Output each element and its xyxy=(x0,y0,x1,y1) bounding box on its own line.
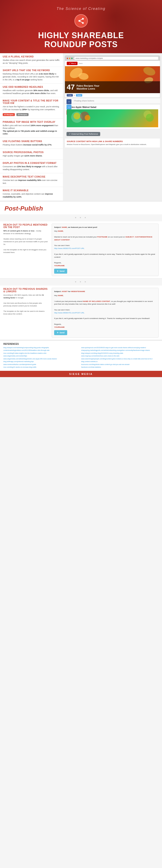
food-overlay: 47 Paleo Recipes YourWaistline Loves xyxy=(65,81,160,93)
email-mock-1: Subject: NAME, we featured you in our la… xyxy=(52,223,159,276)
floating-buttons-area: f t P ↑ Floating share buttons xyxy=(65,98,160,103)
reach-out-mentioned-desc: 50% of content gets 8 shares or less - m… xyxy=(3,229,48,254)
email-left-mentioned: REACH OUT TO PEOPLE MENTIONED ON THE POS… xyxy=(3,223,48,276)
tip-short-urls: SHORT URLS THAT USE THE KEYWORD Marketin… xyxy=(0,67,63,84)
share-svg xyxy=(78,17,85,25)
email-subject-name: NAME xyxy=(62,226,67,228)
salad-title: Paleo Apple Walnut Salad xyxy=(69,106,97,108)
email-name-1: NAME xyxy=(58,230,63,232)
email-url-2: http://www.WEBSITE.com/POST-URL xyxy=(54,312,84,314)
ref-13[interactable]: www.nninterestfactive.com/labs/pinterest… xyxy=(3,363,81,366)
email-subject-1: Subject: NAME, we featured you in our la… xyxy=(54,226,156,229)
tweet-button[interactable]: Tweet xyxy=(76,94,82,96)
facebook-like-button[interactable]: f Like xyxy=(67,94,73,96)
external-blog-button[interactable]: External Blog Post Reference xyxy=(66,132,100,136)
email-url-1: http://www.WEBSITE.com/POST-URL xyxy=(54,247,84,249)
food-decoration-3 xyxy=(142,66,157,77)
post-title-italic: Post- xyxy=(4,205,20,212)
ref-4[interactable]: sharpspring.marketingprofs.com/article/n… xyxy=(81,349,159,352)
ref-8[interactable]: www.nngroup.com/articles/how-users-read-… xyxy=(81,355,159,358)
food-image: 47 Paleo Recipes YourWaistline Loves xyxy=(65,66,160,93)
email-subject-ref: SUBJECT xyxy=(125,236,134,238)
send-label-1: Send xyxy=(59,270,64,273)
email-asset: ASSET xyxy=(61,290,68,292)
tip-desc: Consumers are 23% less likely to engage … xyxy=(3,165,60,171)
ref-6[interactable]: blog.hubspot.com/blog-blog/2015/2015-cra… xyxy=(81,352,159,355)
ref-1[interactable]: blog.hubspot.com/marketing/compounding-b… xyxy=(3,347,81,349)
pinterest-mock: 📌 Pin it Save 47 Pale xyxy=(65,61,160,98)
tip-descriptive-text: MAKE DESCRIPTIVE TEXT CONCISE Concise te… xyxy=(0,173,63,187)
twitter-float-btn[interactable]: t xyxy=(66,104,72,110)
tip-desc: Buffer's pins with text received 100% mo… xyxy=(3,124,60,135)
reach-out-sharers-title: REACH OUT TO PREVIOUS SHARERS & LINKERS xyxy=(3,288,48,293)
source-content-desc: Articles Found on BuzzSumo, OpenSiteExpl… xyxy=(67,143,158,146)
email-section-sharers: REACH OUT TO PREVIOUS SHARERS & LINKERS … xyxy=(0,285,162,340)
email-right-sharers: Subject: ASSET for WEBSITE/NAME Hey NAME… xyxy=(52,288,159,338)
ref-14[interactable]: buzzsumo.com/blog/what-makes-content-go-… xyxy=(81,363,159,366)
email-section-mentioned: REACH OUT TO PEOPLE MENTIONED ON THE POS… xyxy=(0,221,162,279)
browser-dot-red xyxy=(67,58,68,59)
badge-25-recipes: 25 Recipes xyxy=(17,113,29,116)
tip-title: USE A PLURAL KEYWORD xyxy=(3,56,60,58)
tip-odd-headlines: USE ODD NUMBERED HEADLINES Headlines wit… xyxy=(0,84,63,97)
browser-url-bar[interactable]: www.marketing.com/paleo-recipes xyxy=(74,57,158,60)
right-column: www.marketing.com/paleo-recipes 📌 Pin it… xyxy=(63,53,162,201)
fruit-shape-4 xyxy=(85,115,90,121)
email-postname: POSTNAME xyxy=(97,236,107,238)
email-subject-2: Subject: ASSET for WEBSITE/NAME xyxy=(54,290,156,293)
fb-float-btn[interactable]: f xyxy=(66,99,72,104)
email-included-content: NAME OF INCLUDED CONTENT xyxy=(83,300,110,302)
ref-2[interactable]: www.quicksprout.com/2015/06/26-ways-to-g… xyxy=(81,347,159,349)
ref-11[interactable]: blog.bufferapp.com/pinterest-marketing-t… xyxy=(3,361,81,363)
tip-pinnable-image: PINNABLE TOP IMAGE WITH TEXT OVERLAY Buf… xyxy=(0,119,63,138)
source-content-title: SOURCE CONTENT WITH HIGH LINK & SHARE NU… xyxy=(67,140,158,143)
food-decoration-2 xyxy=(78,72,89,81)
browser-bar: www.marketing.com/paleo-recipes xyxy=(65,56,160,61)
fruit-shape-3 xyxy=(146,114,154,122)
header-title: HIGHLY SHAREABLEROUNDUP POSTS xyxy=(4,31,158,49)
share-icon xyxy=(74,14,88,28)
send-button-2[interactable]: ✈ Send xyxy=(54,330,67,335)
tip-title: MAKE IT SCANNABLE xyxy=(3,189,60,192)
left-column: USE A PLURAL KEYWORD Studies show one se… xyxy=(0,53,63,201)
food-number: 47 xyxy=(67,83,75,91)
social-bar: f Like 1 Tweet xyxy=(65,93,160,98)
pin-it-button[interactable]: 📌 Pin it xyxy=(67,62,78,65)
references-section: REFERENCES blog.hubspot.com/marketing/co… xyxy=(0,340,162,371)
tip-title: DISPLAY PHOTOS IN A CONSISTENT FORMAT xyxy=(3,162,60,164)
main-content: USE A PLURAL KEYWORD Studies show one se… xyxy=(0,53,162,201)
ref-16[interactable]: facebook.com/total-statistics xyxy=(81,366,159,369)
ref-7[interactable]: www.siegemedia.com/content/tips xyxy=(3,355,81,358)
browser-dot-green xyxy=(71,58,73,59)
tip-title: MAKE YOUR CONTENT & TITLE THE BEST FOR Y… xyxy=(3,99,60,104)
tip-title: USE FLOATING SHARE BUTTONS xyxy=(3,140,60,143)
tip-plural-keyword: USE A PLURAL KEYWORD Studies show one se… xyxy=(0,53,63,67)
tip-make-scannable: MAKE IT SCANNABLE Concise, scannable, an… xyxy=(0,187,63,201)
send-label-2: Send xyxy=(59,331,64,334)
ref-3[interactable]: contentmarketinginstitute.com/2011/09/he… xyxy=(3,349,81,352)
header-subtitle: The Science of Creating xyxy=(4,7,158,11)
ref-15[interactable]: moz.com/blog/21-tactics-to-increase-blog… xyxy=(3,366,81,369)
tip-content-title: MAKE YOUR CONTENT & TITLE THE BEST FOR Y… xyxy=(0,97,63,118)
ref-12[interactable]: blog.content.marketo.io xyxy=(81,361,159,363)
salad-header: 2 Paleo Apple Walnut Salad xyxy=(67,106,158,108)
tip-title: PINNABLE TOP IMAGE WITH TEXT OVERLAY xyxy=(3,121,60,123)
email-name-2: NAME xyxy=(58,294,63,297)
tip-floating-share: USE FLOATING SHARE BUTTONS Floating shar… xyxy=(0,138,63,149)
email-right-mentioned: Subject: NAME, we featured you in our la… xyxy=(52,223,159,276)
post-publish-title: Post-Publish xyxy=(4,205,158,212)
tip-title: SOURCE PROFESSIONAL PHOTOS xyxy=(3,151,60,154)
siege-media-logo: SIEGE MEDIA xyxy=(2,373,160,375)
ref-10[interactable]: www.searchenginepeople.com/blog/content-… xyxy=(81,358,159,360)
send-button-1[interactable]: ✈ Send xyxy=(54,269,67,274)
badges-container: 47 Recipes 25 Recipes xyxy=(3,112,60,116)
divider-dots-2: • • • xyxy=(0,279,162,285)
ref-9[interactable]: www.siegemedia.com/article/blog/shorter-… xyxy=(3,358,81,360)
tip-display-photos: DISPLAY PHOTOS IN A CONSISTENT FORMAT Co… xyxy=(0,160,63,173)
ref-5[interactable]: moz.com/blog/5-data-insights-into-the-he… xyxy=(3,352,81,355)
tip-source-professional: SOURCE PROFESSIONAL PHOTOS High quality … xyxy=(0,149,63,160)
email-website-name: WEBSITE/NAME xyxy=(71,290,85,292)
references-grid: blog.hubspot.com/marketing/compounding-b… xyxy=(3,347,159,369)
ext-blog-section: External Blog Post Reference xyxy=(63,130,162,138)
tip-title: MAKE DESCRIPTIVE TEXT CONCISE xyxy=(3,176,60,178)
